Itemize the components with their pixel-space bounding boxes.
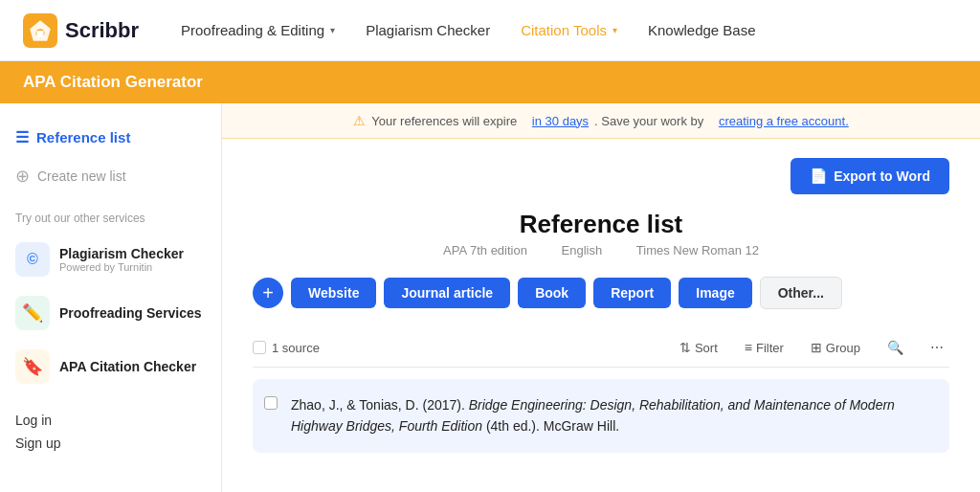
sidebar-service-apa-checker[interactable]: 🔖 APA Citation Checker bbox=[0, 340, 221, 393]
warning-bar: ⚠ Your references will expire in 30 days… bbox=[222, 103, 980, 139]
nav-proofreading[interactable]: Proofreading & Editing ▾ bbox=[169, 14, 346, 46]
source-list-header: 1 source ⇅ Sort ≡ Filter ⊞ Group bbox=[253, 328, 949, 368]
group-button[interactable]: ⊞ Group bbox=[805, 336, 866, 359]
warning-account-link[interactable]: creating a free account. bbox=[719, 114, 849, 128]
add-source-button[interactable]: + bbox=[253, 278, 283, 308]
export-to-word-button[interactable]: 📄 Export to Word bbox=[791, 158, 949, 194]
logo-text: Scribbr bbox=[65, 18, 139, 43]
subtitle-font: Times New Roman 12 bbox=[636, 243, 759, 257]
page-header-bar: APA Citation Generator bbox=[0, 61, 980, 103]
source-btn-website[interactable]: Website bbox=[291, 278, 376, 308]
source-text: Zhao, J., & Tonias, D. (2017). Bridge En… bbox=[291, 394, 934, 437]
list-icon: ☰ bbox=[15, 128, 29, 146]
apa-checker-service-name: APA Citation Checker bbox=[59, 359, 196, 374]
sort-button[interactable]: ⇅ Sort bbox=[674, 336, 724, 359]
source-btn-report[interactable]: Report bbox=[593, 278, 671, 308]
navbar-nav: Proofreading & Editing ▾ Plagiarism Chec… bbox=[169, 14, 957, 46]
warning-text-before: Your references will expire bbox=[371, 114, 517, 128]
plus-icon: ⊕ bbox=[15, 166, 30, 187]
content-area: 📄 Export to Word Reference list APA 7th … bbox=[222, 139, 980, 472]
ref-list-title: Reference list bbox=[253, 210, 949, 239]
ellipsis-icon: ⋯ bbox=[930, 340, 944, 355]
sidebar-service-plagiarism[interactable]: © Plagiarism Checker Powered by Turnitin bbox=[0, 233, 221, 286]
source-entry: Zhao, J., & Tonias, D. (2017). Bridge En… bbox=[253, 379, 949, 453]
apa-checker-icon: 🔖 bbox=[15, 349, 50, 384]
source-btn-book[interactable]: Book bbox=[518, 278, 586, 308]
export-row: 📄 Export to Word bbox=[253, 158, 949, 194]
nav-knowledge-base[interactable]: Knowledge Base bbox=[636, 14, 768, 46]
svg-rect-4 bbox=[36, 31, 43, 37]
subtitle-language: English bbox=[562, 243, 603, 257]
sidebar-item-reference-list[interactable]: ☰ Reference list bbox=[0, 119, 221, 156]
more-options-button[interactable]: ⋯ bbox=[924, 336, 949, 359]
nav-plagiarism[interactable]: Plagiarism Checker bbox=[354, 14, 501, 46]
source-authors: Zhao, J., & Tonias, D. (2017). bbox=[291, 397, 469, 413]
search-button[interactable]: 🔍 bbox=[881, 336, 909, 359]
plagiarism-icon: © bbox=[15, 242, 50, 277]
warning-text-mid: . Save your work by bbox=[594, 114, 703, 128]
signup-link[interactable]: Sign up bbox=[15, 432, 206, 455]
sidebar-auth: Log in Sign up bbox=[0, 393, 221, 458]
proofreading-icon: ✏️ bbox=[15, 296, 50, 330]
logo[interactable]: Scribbr bbox=[23, 13, 139, 48]
source-btn-other[interactable]: Other... bbox=[760, 277, 842, 309]
group-icon: ⊞ bbox=[811, 340, 822, 355]
source-count: 1 source bbox=[253, 341, 674, 355]
sidebar: ☰ Reference list ⊕ Create new list Try o… bbox=[0, 103, 222, 492]
filter-button[interactable]: ≡ Filter bbox=[739, 336, 790, 359]
source-rest: (4th ed.). McGraw Hill. bbox=[482, 418, 619, 434]
search-icon: 🔍 bbox=[887, 340, 903, 355]
select-all-checkbox[interactable] bbox=[253, 341, 266, 354]
main-layout: ☰ Reference list ⊕ Create new list Try o… bbox=[0, 103, 980, 492]
source-actions: ⇅ Sort ≡ Filter ⊞ Group 🔍 ⋯ bbox=[674, 336, 949, 359]
page-title: APA Citation Generator bbox=[23, 73, 203, 92]
source-type-row: + Website Journal article Book Report Im… bbox=[253, 277, 949, 309]
warning-expire-link[interactable]: in 30 days bbox=[532, 114, 589, 128]
source-checkbox[interactable] bbox=[264, 396, 278, 410]
ref-list-subtitle: APA 7th edition English Times New Roman … bbox=[253, 243, 949, 257]
plagiarism-service-name: Plagiarism Checker bbox=[59, 246, 184, 261]
sidebar-service-proofreading[interactable]: ✏️ Proofreading Services bbox=[0, 286, 221, 340]
sidebar-try-label: Try out our other services bbox=[0, 196, 221, 233]
proofreading-service-name: Proofreading Services bbox=[59, 305, 202, 321]
chevron-down-icon: ▾ bbox=[330, 25, 335, 35]
navbar: Scribbr Proofreading & Editing ▾ Plagiar… bbox=[0, 0, 980, 61]
main-content: ⚠ Your references will expire in 30 days… bbox=[222, 103, 980, 492]
nav-citation-tools[interactable]: Citation Tools ▾ bbox=[509, 14, 629, 46]
source-btn-image[interactable]: Image bbox=[679, 278, 751, 308]
login-link[interactable]: Log in bbox=[15, 409, 206, 432]
sidebar-item-create-new[interactable]: ⊕ Create new list bbox=[0, 156, 221, 196]
export-doc-icon: 📄 bbox=[810, 168, 828, 185]
warning-icon: ⚠ bbox=[353, 113, 366, 128]
subtitle-edition: APA 7th edition bbox=[443, 243, 527, 257]
sort-icon: ⇅ bbox=[679, 340, 691, 355]
source-btn-journal[interactable]: Journal article bbox=[384, 278, 510, 308]
plagiarism-service-sub: Powered by Turnitin bbox=[59, 261, 184, 273]
filter-icon: ≡ bbox=[745, 340, 752, 355]
chevron-down-icon-citation: ▾ bbox=[612, 25, 617, 35]
